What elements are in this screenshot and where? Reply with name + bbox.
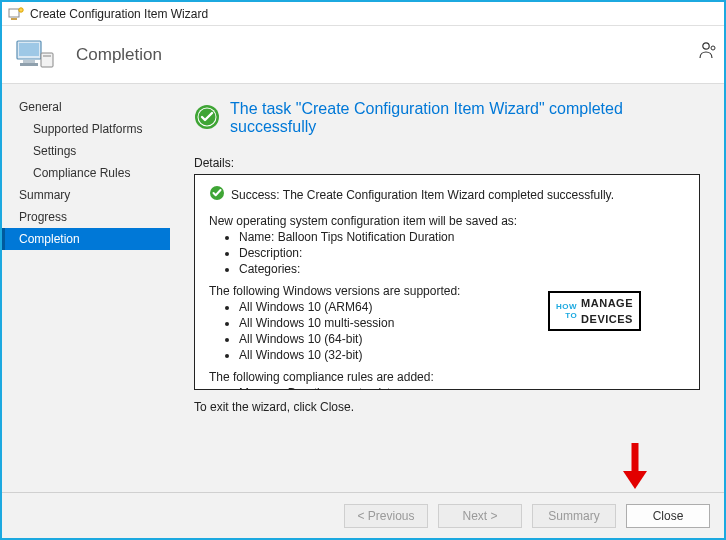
rules-head: The following compliance rules are added… — [209, 369, 685, 385]
window-title: Create Configuration Item Wizard — [30, 7, 208, 21]
list-item: MessageDuration must exist — [239, 385, 685, 390]
svg-marker-16 — [623, 471, 647, 489]
wizard-icon — [8, 6, 24, 22]
wizard-window: Create Configuration Item Wizard Complet… — [0, 0, 726, 540]
footer: < Previous Next > Summary Close — [2, 492, 724, 538]
details-success-line: Success: The Create Configuration Item W… — [209, 185, 685, 205]
nav-general[interactable]: General — [2, 96, 170, 118]
svg-rect-5 — [23, 60, 35, 63]
saved-as-list: Name: Balloon Tips Notification Duration… — [209, 229, 685, 277]
svg-rect-4 — [19, 43, 39, 56]
summary-button: Summary — [532, 504, 616, 528]
list-item: All Windows 10 (32-bit) — [239, 347, 685, 363]
success-check-small-icon — [209, 185, 225, 205]
svg-rect-1 — [11, 18, 17, 20]
list-item: Name: Balloon Tips Notification Duration — [239, 229, 685, 245]
nav-summary[interactable]: Summary — [2, 184, 170, 206]
list-item: Description: — [239, 245, 685, 261]
sidebar: General Supported Platforms Settings Com… — [2, 84, 170, 492]
list-item: All Windows 10 (64-bit) — [239, 331, 685, 347]
next-button: Next > — [438, 504, 522, 528]
page-header: Completion — [2, 26, 724, 84]
success-check-icon — [194, 104, 220, 133]
nav-compliance-rules[interactable]: Compliance Rules — [2, 162, 170, 184]
details-success-text: Success: The Create Configuration Item W… — [231, 187, 614, 203]
svg-point-2 — [19, 7, 23, 11]
red-arrow-annotation — [620, 441, 650, 494]
nav-supported-platforms[interactable]: Supported Platforms — [2, 118, 170, 140]
details-label: Details: — [194, 156, 700, 170]
computer-icon — [12, 32, 58, 78]
exit-instruction: To exit the wizard, click Close. — [194, 400, 700, 414]
watermark: HOW TO MANAGE DEVICES — [548, 291, 641, 331]
nav-progress[interactable]: Progress — [2, 206, 170, 228]
saved-as-head: New operating system configuration item … — [209, 213, 685, 229]
titlebar: Create Configuration Item Wizard — [2, 2, 724, 26]
previous-button: < Previous — [344, 504, 428, 528]
nav-completion[interactable]: Completion — [2, 228, 170, 250]
content-pane: The task "Create Configuration Item Wiza… — [170, 84, 724, 492]
svg-point-9 — [703, 43, 709, 49]
rules-list: MessageDuration must exist MessageDurati… — [209, 385, 685, 390]
nav-settings[interactable]: Settings — [2, 140, 170, 162]
svg-point-10 — [711, 46, 715, 50]
list-item: Categories: — [239, 261, 685, 277]
details-box: Success: The Create Configuration Item W… — [194, 174, 700, 390]
page-title: Completion — [76, 45, 162, 65]
success-heading: The task "Create Configuration Item Wiza… — [230, 100, 700, 136]
wizard-body: General Supported Platforms Settings Com… — [2, 84, 724, 492]
svg-rect-0 — [9, 9, 19, 17]
svg-rect-6 — [20, 63, 38, 66]
close-button[interactable]: Close — [626, 504, 710, 528]
user-icon — [698, 40, 718, 63]
svg-rect-8 — [43, 55, 51, 57]
success-heading-row: The task "Create Configuration Item Wiza… — [194, 100, 700, 136]
